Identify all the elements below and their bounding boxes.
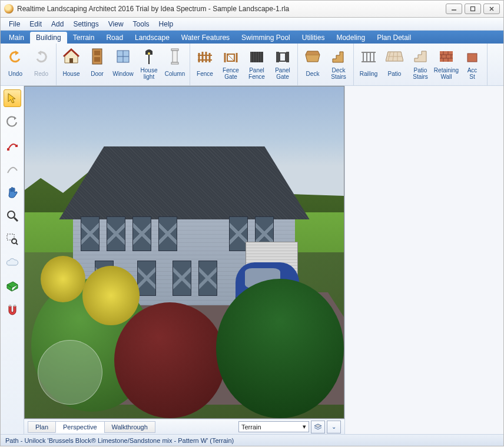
tool-label: DeckStairs — [331, 67, 346, 80]
fencegate-button[interactable]: FenceGate — [218, 46, 244, 84]
tool-label: Door — [91, 67, 104, 80]
svg-rect-13 — [171, 62, 178, 64]
maximize-button[interactable] — [465, 4, 481, 14]
menu-help[interactable]: Help — [154, 19, 178, 29]
redo-button: Redo — [28, 46, 54, 84]
railing-button[interactable]: Railing — [356, 46, 382, 84]
deck-button[interactable]: Deck — [300, 46, 326, 84]
cloud-icon — [6, 256, 19, 269]
house-button[interactable]: House — [58, 46, 84, 84]
tool-label: PatioStairs — [413, 67, 428, 80]
grid-icon — [6, 280, 19, 293]
deckstairs-button[interactable]: DeckStairs — [326, 46, 352, 84]
titlebar: Realtime Landscaping Architect 2016 Tria… — [0, 0, 504, 18]
view-tab-plan[interactable]: Plan — [28, 421, 56, 433]
menu-file[interactable]: File — [4, 19, 25, 29]
chevron-down-icon: ⌄ — [331, 423, 336, 430]
window-button[interactable]: Window — [110, 46, 136, 84]
properties-panel — [344, 86, 503, 434]
cloud-tool[interactable] — [4, 254, 21, 272]
houselight-button[interactable]: Houselight — [136, 46, 162, 84]
view-tab-perspective[interactable]: Perspective — [55, 421, 104, 433]
tab-building[interactable]: Building — [30, 32, 67, 44]
svg-rect-9 — [148, 55, 150, 64]
railing-icon — [359, 47, 378, 66]
zoom-region-icon — [6, 233, 19, 246]
menu-tools[interactable]: Tools — [128, 19, 154, 29]
panel-gate-icon — [273, 47, 292, 66]
view-mode-bar: Plan Perspective Walkthrough Terrain ▾ ⌄ — [24, 419, 344, 434]
fence-icon — [195, 47, 214, 66]
tab-plan-detail[interactable]: Plan Detail — [371, 32, 417, 44]
zoom-region-tool[interactable] — [4, 231, 21, 248]
tool-label: AccSt — [467, 67, 478, 80]
svg-rect-18 — [250, 52, 263, 62]
svg-rect-34 — [14, 305, 16, 306]
select-tool[interactable] — [4, 89, 21, 107]
pan-tool[interactable] — [4, 184, 21, 201]
tool-label: Window — [112, 67, 134, 80]
fence-button[interactable]: Fence — [192, 46, 218, 84]
view-tab-walkthrough[interactable]: Walkthrough — [104, 421, 155, 433]
svg-rect-2 — [69, 58, 73, 63]
zoom-tool[interactable] — [4, 207, 21, 225]
tab-landscape[interactable]: Landscape — [129, 32, 175, 44]
redo-icon — [32, 47, 51, 66]
curve-tool[interactable] — [4, 160, 21, 178]
orbit-tool[interactable] — [4, 113, 21, 131]
layer-select[interactable]: Terrain ▾ — [238, 421, 309, 432]
tab-swimming-pool[interactable]: Swimming Pool — [236, 32, 296, 44]
menu-settings[interactable]: Settings — [68, 19, 103, 29]
menu-view[interactable]: View — [104, 19, 128, 29]
pan-hand-icon — [6, 186, 19, 199]
tab-main[interactable]: Main — [3, 32, 30, 44]
panelfence-button[interactable]: PanelFence — [244, 46, 270, 84]
undo-button[interactable]: Undo — [2, 46, 28, 84]
svg-rect-5 — [94, 57, 100, 62]
patiostairs-button[interactable]: PatioStairs — [407, 46, 433, 84]
column-icon — [165, 47, 184, 66]
edit-point-tool[interactable] — [4, 136, 21, 154]
patio-button[interactable]: Patio — [382, 46, 407, 84]
content-area: Plan Perspective Walkthrough Terrain ▾ ⌄ — [1, 86, 503, 434]
tab-water-features[interactable]: Water Features — [175, 32, 236, 44]
menu-edit[interactable]: Edit — [25, 19, 47, 29]
minimize-button[interactable] — [446, 4, 462, 14]
grid-tool[interactable] — [4, 278, 21, 295]
edit-point-icon — [6, 139, 19, 152]
menu-add[interactable]: Add — [47, 19, 68, 29]
svg-rect-19 — [276, 52, 279, 62]
tab-road[interactable]: Road — [100, 32, 129, 44]
svg-point-10 — [148, 52, 150, 55]
navigation-compass[interactable] — [38, 340, 102, 405]
column-button[interactable]: Column — [162, 46, 188, 84]
tool-label: Redo — [34, 67, 48, 80]
tool-palette — [1, 86, 24, 434]
tab-utilities[interactable]: Utilities — [296, 32, 331, 44]
statusbar: Path - Unilock 'Brussels Block® Limeston… — [1, 434, 503, 446]
door-button[interactable]: Door — [84, 46, 110, 84]
acc-button[interactable]: AccSt — [459, 46, 485, 84]
panelgate-button[interactable]: PanelGate — [270, 46, 296, 84]
layer-dropdown-button[interactable]: ⌄ — [327, 421, 341, 433]
tool-label: Undo — [8, 67, 22, 80]
layer-options-button[interactable] — [311, 421, 325, 433]
shrub — [114, 302, 226, 418]
tool-label: Fence — [197, 67, 213, 80]
svg-rect-26 — [7, 148, 9, 151]
viewport-3d[interactable] — [24, 86, 344, 419]
deck-stairs-icon — [329, 47, 348, 66]
tab-modeling[interactable]: Modeling — [330, 32, 371, 44]
retainingwall-button[interactable]: RetainingWall — [433, 46, 459, 84]
panel-fence-icon — [247, 47, 266, 66]
svg-rect-12 — [173, 51, 177, 62]
tool-label: FenceGate — [223, 67, 239, 80]
tool-label: RetainingWall — [434, 67, 459, 80]
accessory-icon — [463, 47, 482, 66]
door-icon — [88, 47, 107, 66]
svg-rect-33 — [9, 305, 11, 306]
close-button[interactable] — [483, 4, 500, 14]
snap-tool[interactable] — [4, 301, 21, 319]
menubar: File Edit Add Settings View Tools Help — [1, 18, 503, 31]
tab-terrain[interactable]: Terrain — [67, 32, 101, 44]
